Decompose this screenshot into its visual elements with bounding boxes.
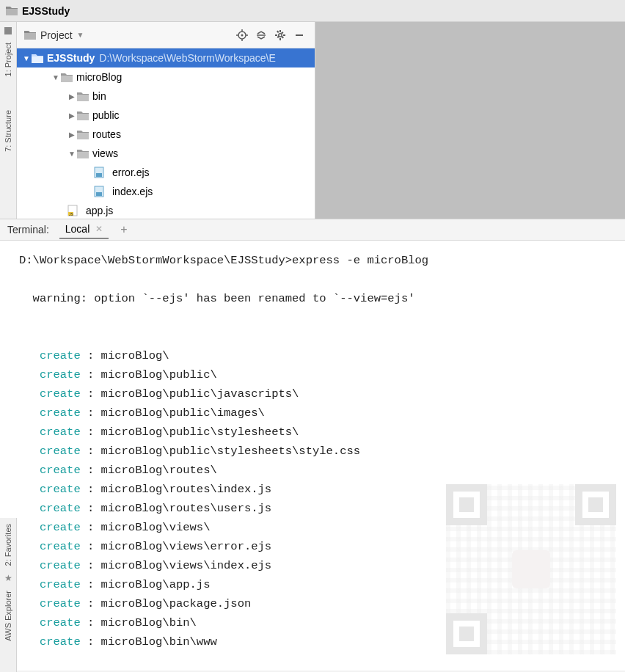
terminal-tab-local[interactable]: Local ✕	[59, 220, 109, 239]
tree-node-label: index.ejs	[112, 186, 153, 197]
root-path: D:\Workspace\WebStormWorkspace\E	[99, 52, 275, 64]
project-panel-header: Project ▼	[17, 22, 315, 48]
js-file-icon: JS	[67, 205, 78, 216]
folder-icon	[6, 6, 18, 15]
svg-rect-7	[96, 192, 102, 196]
tree-node[interactable]: ▶routes	[17, 125, 315, 144]
qr-watermark	[446, 484, 616, 654]
terminal-warning-line: warning: option `--ejs' has been renamed…	[19, 289, 618, 308]
folder-icon	[77, 149, 89, 158]
rail-item-structure[interactable]: 7: Structure	[2, 104, 14, 158]
terminal-header: Terminal: Local ✕ +	[0, 219, 625, 241]
close-icon[interactable]: ✕	[95, 224, 103, 234]
tree-root-node[interactable]: ▼ EJSStudy D:\Workspace\WebStormWorkspac…	[17, 48, 315, 67]
terminal-output[interactable]: D:\Workspace\WebStormWorkspace\EJSStudy>…	[0, 241, 625, 671]
window-title: EJSStudy	[22, 5, 70, 17]
terminal-line: create : microBlog\public\javascripts\	[19, 384, 618, 403]
project-tree[interactable]: ▼ EJSStudy D:\Workspace\WebStormWorkspac…	[17, 48, 315, 219]
svg-text:JS: JS	[69, 212, 74, 216]
terminal-line: create : microBlog\	[19, 346, 618, 365]
chevron-down-icon: ▼	[21, 54, 32, 62]
terminal-line: create : microBlog\routes\	[19, 461, 618, 480]
terminal-line: create : microBlog\public\stylesheets\st…	[19, 442, 618, 461]
tree-node-label: views	[92, 147, 118, 159]
terminal-line: create : microBlog\public\	[19, 365, 618, 384]
project-panel: Project ▼ ▼ EJSStudy D:\	[17, 22, 315, 219]
terminal-tab-label: Local	[65, 223, 89, 235]
minimize-panel-button[interactable]	[291, 27, 307, 43]
terminal-line: create : microBlog\public\stylesheets\	[19, 423, 618, 442]
tree-node-label: public	[92, 109, 120, 121]
ejs-file-icon	[93, 186, 105, 197]
svg-rect-5	[96, 173, 102, 177]
tree-node-label: app.js	[86, 205, 113, 216]
folder-icon	[24, 30, 36, 40]
chevron-icon: ▶	[67, 131, 77, 139]
left-tool-rail: 1: Project 7: Structure	[0, 22, 17, 219]
folder-icon	[61, 73, 73, 82]
project-dropdown-label[interactable]: Project	[40, 29, 73, 41]
tree-node-label: microBlog	[76, 71, 122, 83]
main-area: 1: Project 7: Structure Project ▼	[0, 22, 625, 219]
tree-node[interactable]: ▶public	[17, 106, 315, 125]
locate-button[interactable]	[234, 27, 250, 43]
terminal-title: Terminal:	[7, 224, 49, 235]
add-terminal-button[interactable]: +	[120, 223, 127, 236]
rail-item-favorites[interactable]: 2: Favorites	[2, 518, 14, 571]
folder-icon	[32, 54, 43, 63]
svg-rect-3	[296, 34, 303, 36]
tree-node-label: routes	[92, 128, 121, 140]
terminal-prompt-line: D:\Workspace\WebStormWorkspace\EJSStudy>…	[19, 251, 618, 270]
ejs-file-icon	[93, 167, 105, 178]
folder-icon	[77, 130, 89, 139]
folder-icon	[77, 92, 89, 101]
tree-node-label: bin	[92, 90, 106, 102]
titlebar: EJSStudy	[0, 0, 625, 22]
folder-icon	[77, 111, 89, 120]
chevron-icon: ▼	[51, 73, 61, 81]
tree-node[interactable]: ▶bin	[17, 87, 315, 106]
tree-node-label: error.ejs	[112, 167, 150, 178]
rail-item-aws[interactable]: AWS Explorer	[2, 585, 14, 647]
tree-node[interactable]: ▼microBlog	[17, 67, 315, 87]
tree-node[interactable]: error.ejs	[17, 163, 315, 182]
tree-node[interactable]: JSapp.js	[17, 201, 315, 219]
chevron-icon: ▼	[67, 150, 77, 158]
svg-point-1	[241, 34, 244, 36]
root-name: EJSStudy	[47, 52, 95, 64]
tree-node[interactable]: ▼views	[17, 144, 315, 163]
rail-marker-icon	[4, 27, 12, 34]
rail-item-project[interactable]: 1: Project	[2, 37, 14, 82]
chevron-icon: ▶	[67, 92, 77, 101]
collapse-button[interactable]	[253, 27, 269, 43]
terminal-line: create : microBlog\public\images\	[19, 403, 618, 423]
chevron-down-icon[interactable]: ▼	[77, 31, 84, 39]
gear-icon[interactable]	[272, 27, 288, 43]
tree-node[interactable]: index.ejs	[17, 182, 315, 201]
left-tool-rail-bottom: 2: Favorites ★ AWS Explorer	[0, 518, 17, 672]
chevron-icon: ▶	[67, 112, 77, 120]
editor-empty-area	[315, 22, 625, 219]
